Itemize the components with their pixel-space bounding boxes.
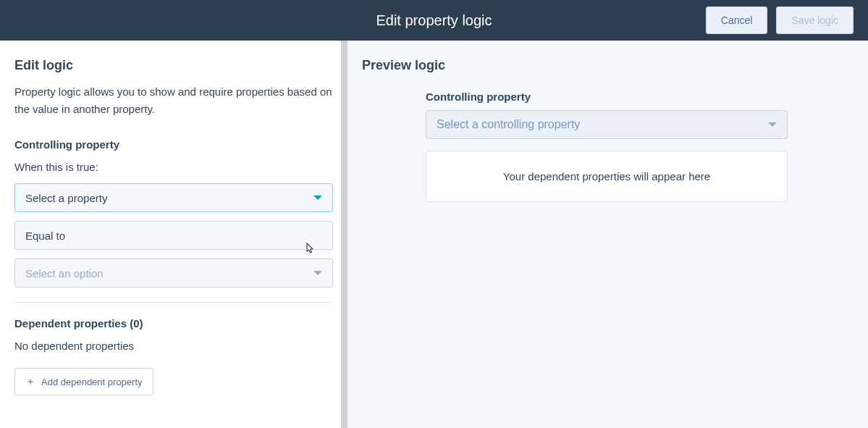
add-dependent-label: Add dependent property [41, 377, 143, 387]
select-property-dropdown[interactable]: Select a property [14, 183, 333, 212]
preview-controlling-label: Controlling property [426, 91, 788, 103]
operator-text: Equal to [25, 230, 65, 242]
preview-dependent-card: Your dependent properties will appear he… [426, 151, 788, 202]
caret-down-icon [768, 122, 777, 127]
divider [14, 302, 333, 303]
caret-down-icon [313, 271, 322, 275]
no-dependent-text: No dependent properties [14, 340, 333, 352]
edit-logic-heading: Edit logic [14, 58, 333, 73]
plus-icon: ＋ [25, 375, 35, 388]
save-logic-button: Save logic [776, 7, 854, 34]
dependent-properties-label: Dependent properties (0) [14, 317, 333, 330]
preview-content: Controlling property Select a controllin… [426, 91, 788, 202]
operator-dropdown[interactable]: Equal to [14, 221, 333, 250]
main-content: Edit logic Property logic allows you to … [0, 41, 868, 428]
header-actions: Cancel Save logic [706, 7, 854, 34]
select-option-dropdown[interactable]: Select an option [14, 259, 333, 288]
cancel-button[interactable]: Cancel [706, 7, 768, 34]
add-dependent-property-button[interactable]: ＋ Add dependent property [14, 368, 153, 395]
caret-down-icon [313, 196, 322, 200]
controlling-property-label: Controlling property [14, 138, 333, 151]
select-option-text: Select an option [25, 267, 104, 280]
modal-header: Edit property logic Cancel Save logic [0, 0, 868, 41]
select-property-text: Select a property [25, 192, 107, 204]
preview-panel: Preview logic Controlling property Selec… [347, 41, 868, 428]
edit-panel: Edit logic Property logic allows you to … [0, 41, 347, 428]
when-true-label: When this is true: [14, 161, 333, 173]
edit-logic-description: Property logic allows you to show and re… [14, 83, 333, 118]
preview-logic-heading: Preview logic [362, 58, 854, 73]
modal-title: Edit property logic [376, 12, 492, 29]
preview-card-text: Your dependent properties will appear he… [503, 170, 710, 182]
preview-select-placeholder: Select a controlling property [437, 118, 580, 131]
preview-controlling-dropdown: Select a controlling property [426, 110, 788, 139]
